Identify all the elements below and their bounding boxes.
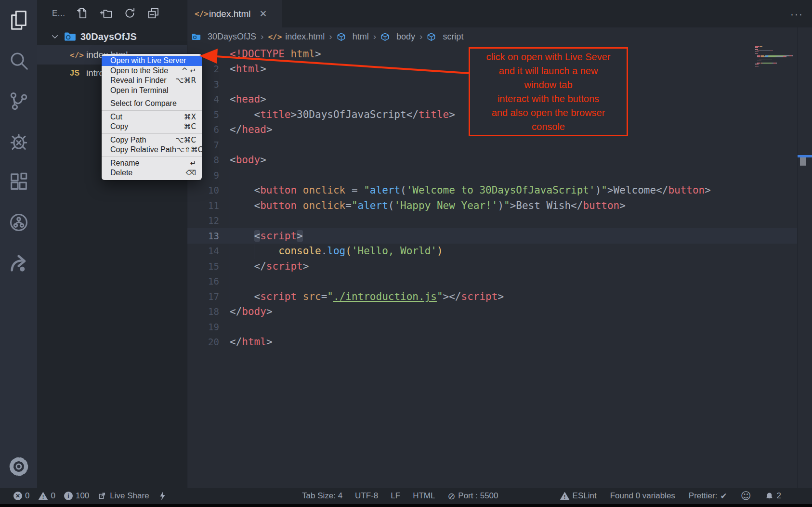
folder-icon [192,32,204,41]
annotation-line: window tab [470,78,627,92]
menu-item-select-for-compare[interactable]: Select for Compare [102,99,202,109]
tab-index-html[interactable]: </> index.html ✕ [187,0,282,27]
menu-item-label: Copy Relative Path [110,145,176,154]
status-live-share[interactable]: Live Share [98,491,149,501]
status-lightning[interactable] [158,492,167,501]
new-folder-icon[interactable] [100,7,113,20]
folder-icon [64,32,76,41]
status-notifications[interactable]: 2 [765,491,781,501]
live-share-session-button[interactable] [0,202,37,243]
menu-item-reveal-in-finder[interactable]: Reveal in Finder⌥⌘R [102,76,202,86]
breadcrumb-item-30DaysOfJS[interactable]: 30DaysOfJS [192,32,256,42]
menu-item-rename[interactable]: Rename↵ [102,158,202,169]
root-folder-label: 30DaysOfJS [80,31,137,42]
status-label: 0 [51,491,55,501]
breadcrumb-item-index.html[interactable]: </>index.html [268,32,325,42]
explorer-button[interactable] [0,0,37,40]
status-label: UTF-8 [355,491,378,501]
menu-item-label: Cut [110,113,184,121]
menu-item-copy[interactable]: Copy⌘C [102,122,202,132]
new-file-icon[interactable] [76,7,89,20]
status-label: Tab Size: 4 [302,491,342,501]
status-errors[interactable]: ✕0 [13,491,29,501]
menu-item-open-to-the-side[interactable]: Open to the Side^ ↵ [102,66,202,76]
tab-bar: </> index.html ✕ ··· [187,0,812,27]
menu-item-copy-path[interactable]: Copy Path⌥⌘C [102,135,202,145]
refresh-icon[interactable] [123,7,136,20]
status-label: LF [391,491,400,501]
annotation-line: console [470,120,627,134]
menu-shortcut: ^ ↵ [182,66,196,75]
code-line-12: 12 [187,213,797,229]
menu-shortcut: ⌘X [184,113,196,121]
chevron-down-icon [51,32,59,41]
status-label: Found 0 variables [610,491,675,501]
menu-item-copy-relative-path[interactable]: Copy Relative Path⌥⇧⌘C [102,145,202,155]
menu-item-label: Select for Compare [110,99,196,108]
status-port[interactable]: ⊘Port : 5500 [447,491,498,501]
status-feedback[interactable]: ☺ [741,490,751,502]
extensions-button[interactable] [0,162,37,202]
symbol-cube-icon [427,32,439,41]
minimap[interactable] [755,46,799,67]
menu-separator [102,133,202,134]
menu-separator [102,97,202,97]
breadcrumb-item-script[interactable]: script [427,32,463,42]
status-variables[interactable]: Found 0 variables [610,491,675,501]
breadcrumb-label: html [353,32,369,42]
line-number: 18 [187,306,219,317]
menu-item-open-with-live-server[interactable]: Open with Live Server [102,56,202,66]
search-button[interactable] [0,40,37,81]
share-button[interactable] [0,243,37,283]
folder-row-root[interactable]: 30DaysOfJS [37,28,187,45]
run-debug-button[interactable] [0,121,37,162]
indent-guide [254,244,254,259]
line-number: 11 [187,200,219,211]
warning-icon: ! [38,492,48,500]
status-prettier[interactable]: Prettier:✔ [689,491,727,501]
status-warnings[interactable]: !0 [38,491,55,501]
menu-item-delete[interactable]: Delete⌫ [102,168,202,178]
status-eslint[interactable]: !ESLint [560,491,597,501]
code-line-16: 16 [187,274,797,289]
code-line-17: 17 <script src="./introduction.js"></scr… [187,289,797,304]
annotation-line: and it will launch a new [470,64,627,78]
status-tab-size[interactable]: Tab Size: 4 [302,491,342,501]
menu-item-open-in-terminal[interactable]: Open in Terminal [102,86,202,96]
status-encoding[interactable]: UTF-8 [355,491,378,501]
context-menu: Open with Live ServerOpen to the Side^ ↵… [102,54,202,180]
collapse-folders-icon[interactable] [147,7,160,20]
scrollbar-thumb[interactable] [800,157,806,166]
explorer-title[interactable]: E... [52,9,65,18]
status-language[interactable]: HTML [413,491,435,501]
breadcrumb-separator: › [261,31,263,42]
breadcrumb-item-html[interactable]: html [337,32,369,42]
breadcrumb-separator: › [329,31,332,42]
status-label: Port : 5500 [458,491,498,501]
code-line-20: 20</html> [187,335,797,350]
breadcrumb: 30DaysOfJS›</>index.html›html›body›scrip… [192,27,463,46]
screen-bottom-edge [0,504,812,507]
status-label: Live Share [110,491,149,501]
breadcrumb-item-body[interactable]: body [380,32,415,42]
line-number: 13 [187,231,219,241]
menu-shortcut: ↵ [190,159,196,168]
activity-bar [0,0,37,488]
port-icon: ⊘ [447,491,455,501]
html-file-icon: </> [195,9,209,18]
close-icon[interactable]: ✕ [260,8,267,19]
settings-gear-icon[interactable] [0,456,37,477]
more-actions-icon[interactable]: ··· [790,8,803,20]
menu-item-cut[interactable]: Cut⌘X [102,112,202,122]
status-label: ESLint [573,491,597,501]
code-line-13: 13 <script> [187,228,797,244]
breadcrumb-separator: › [419,31,422,42]
line-number: 12 [187,215,219,226]
status-eol[interactable]: LF [391,491,400,501]
status-label: Prettier: [689,491,718,501]
menu-item-label: Open to the Side [110,66,182,75]
code-line-15: 15 </script> [187,259,797,274]
source-control-button[interactable] [0,81,37,121]
smiley-icon: ☺ [741,490,751,502]
status-infos[interactable]: i100 [64,491,89,501]
